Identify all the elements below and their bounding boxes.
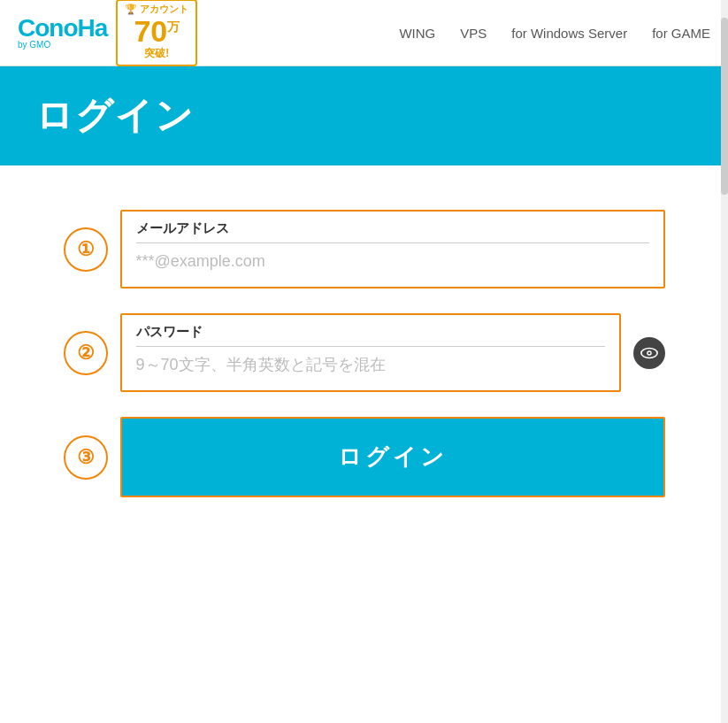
email-row: ① メールアドレス [64,210,665,288]
main-nav: WING VPS for Windows Server for GAME [399,26,710,41]
logo-sub: by GMO [18,41,107,50]
nav-windows[interactable]: for Windows Server [511,26,627,41]
badge-number: 70万 [125,16,188,46]
password-input-block: パスワード [120,313,621,392]
email-input[interactable] [136,242,649,276]
nav-game[interactable]: for GAME [652,26,710,41]
email-label: メールアドレス [136,220,649,237]
password-input-row [136,346,605,380]
step-3-number: ③ [64,435,108,480]
toggle-password-button[interactable] [633,337,665,369]
step-2-number: ② [64,331,108,375]
badge-text: 突破! [125,46,188,61]
scrollbar-thumb[interactable] [721,18,728,195]
scrollbar[interactable] [721,0,728,723]
svg-point-2 [648,351,650,354]
email-input-block: メールアドレス [120,210,665,288]
login-form: ① メールアドレス ② パスワード [64,210,665,497]
badge-block: 🏆 アカウント 70万 突破! [116,0,197,66]
nav-vps[interactable]: VPS [460,26,487,41]
password-row: ② パスワード [64,313,665,392]
password-label: パスワード [136,324,605,341]
password-input[interactable] [136,346,605,380]
header: ConoHa by GMO 🏆 アカウント 70万 突破! WING VPS f… [0,0,728,66]
step-1-number: ① [64,227,108,272]
submit-row: ③ ログイン [64,417,665,497]
eye-icon [640,347,658,359]
page-title: ログイン [35,91,693,141]
conoha-logo: ConoHa by GMO [18,16,107,50]
logo-area: ConoHa by GMO 🏆 アカウント 70万 突破! [18,0,197,66]
nav-wing[interactable]: WING [399,26,435,41]
hero-banner: ログイン [0,66,728,165]
login-button-block: ログイン [120,417,665,497]
main-content: ① メールアドレス ② パスワード [0,165,728,550]
login-button[interactable]: ログイン [122,419,663,496]
